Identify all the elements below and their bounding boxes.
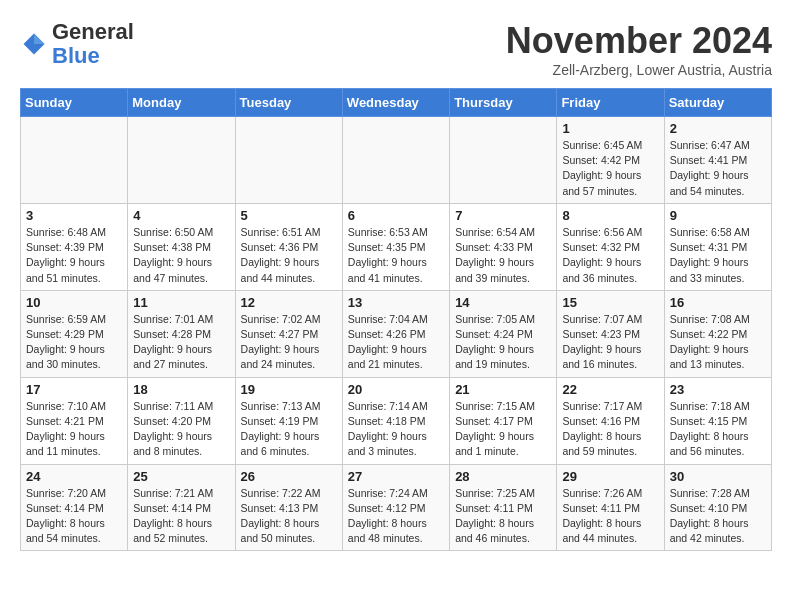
calendar-cell: 23Sunrise: 7:18 AM Sunset: 4:15 PM Dayli… (664, 377, 771, 464)
header-thursday: Thursday (450, 89, 557, 117)
day-number: 28 (455, 469, 551, 484)
day-info: Sunrise: 7:20 AM Sunset: 4:14 PM Dayligh… (26, 486, 122, 547)
calendar-cell: 22Sunrise: 7:17 AM Sunset: 4:16 PM Dayli… (557, 377, 664, 464)
calendar-cell: 14Sunrise: 7:05 AM Sunset: 4:24 PM Dayli… (450, 290, 557, 377)
day-number: 9 (670, 208, 766, 223)
day-info: Sunrise: 7:11 AM Sunset: 4:20 PM Dayligh… (133, 399, 229, 460)
calendar-cell: 11Sunrise: 7:01 AM Sunset: 4:28 PM Dayli… (128, 290, 235, 377)
calendar-table: Sunday Monday Tuesday Wednesday Thursday… (20, 88, 772, 551)
logo-text: General Blue (52, 20, 134, 68)
day-number: 4 (133, 208, 229, 223)
header-wednesday: Wednesday (342, 89, 449, 117)
day-info: Sunrise: 7:22 AM Sunset: 4:13 PM Dayligh… (241, 486, 337, 547)
calendar-header-row: Sunday Monday Tuesday Wednesday Thursday… (21, 89, 772, 117)
page-header: General Blue November 2024 Zell-Arzberg,… (20, 20, 772, 78)
calendar-cell: 27Sunrise: 7:24 AM Sunset: 4:12 PM Dayli… (342, 464, 449, 551)
calendar-cell (128, 117, 235, 204)
calendar-cell: 17Sunrise: 7:10 AM Sunset: 4:21 PM Dayli… (21, 377, 128, 464)
day-info: Sunrise: 6:58 AM Sunset: 4:31 PM Dayligh… (670, 225, 766, 286)
calendar-cell: 4Sunrise: 6:50 AM Sunset: 4:38 PM Daylig… (128, 203, 235, 290)
calendar-cell (21, 117, 128, 204)
calendar-cell: 15Sunrise: 7:07 AM Sunset: 4:23 PM Dayli… (557, 290, 664, 377)
logo-icon (20, 30, 48, 58)
day-info: Sunrise: 6:59 AM Sunset: 4:29 PM Dayligh… (26, 312, 122, 373)
day-number: 23 (670, 382, 766, 397)
day-info: Sunrise: 6:48 AM Sunset: 4:39 PM Dayligh… (26, 225, 122, 286)
day-info: Sunrise: 7:17 AM Sunset: 4:16 PM Dayligh… (562, 399, 658, 460)
day-number: 10 (26, 295, 122, 310)
month-title: November 2024 (506, 20, 772, 62)
calendar-cell: 24Sunrise: 7:20 AM Sunset: 4:14 PM Dayli… (21, 464, 128, 551)
day-info: Sunrise: 7:15 AM Sunset: 4:17 PM Dayligh… (455, 399, 551, 460)
calendar-cell: 2Sunrise: 6:47 AM Sunset: 4:41 PM Daylig… (664, 117, 771, 204)
day-number: 13 (348, 295, 444, 310)
day-number: 22 (562, 382, 658, 397)
day-number: 18 (133, 382, 229, 397)
calendar-cell: 10Sunrise: 6:59 AM Sunset: 4:29 PM Dayli… (21, 290, 128, 377)
calendar-cell: 6Sunrise: 6:53 AM Sunset: 4:35 PM Daylig… (342, 203, 449, 290)
calendar-cell: 9Sunrise: 6:58 AM Sunset: 4:31 PM Daylig… (664, 203, 771, 290)
calendar-cell: 8Sunrise: 6:56 AM Sunset: 4:32 PM Daylig… (557, 203, 664, 290)
calendar-cell: 18Sunrise: 7:11 AM Sunset: 4:20 PM Dayli… (128, 377, 235, 464)
calendar-cell: 20Sunrise: 7:14 AM Sunset: 4:18 PM Dayli… (342, 377, 449, 464)
day-number: 21 (455, 382, 551, 397)
day-number: 29 (562, 469, 658, 484)
calendar-cell: 16Sunrise: 7:08 AM Sunset: 4:22 PM Dayli… (664, 290, 771, 377)
day-number: 17 (26, 382, 122, 397)
day-number: 27 (348, 469, 444, 484)
calendar-cell (450, 117, 557, 204)
day-info: Sunrise: 7:21 AM Sunset: 4:14 PM Dayligh… (133, 486, 229, 547)
calendar-cell: 7Sunrise: 6:54 AM Sunset: 4:33 PM Daylig… (450, 203, 557, 290)
calendar-cell: 25Sunrise: 7:21 AM Sunset: 4:14 PM Dayli… (128, 464, 235, 551)
day-info: Sunrise: 6:51 AM Sunset: 4:36 PM Dayligh… (241, 225, 337, 286)
calendar-cell (235, 117, 342, 204)
day-number: 24 (26, 469, 122, 484)
day-number: 3 (26, 208, 122, 223)
day-number: 12 (241, 295, 337, 310)
day-info: Sunrise: 7:13 AM Sunset: 4:19 PM Dayligh… (241, 399, 337, 460)
day-number: 14 (455, 295, 551, 310)
day-info: Sunrise: 7:01 AM Sunset: 4:28 PM Dayligh… (133, 312, 229, 373)
svg-marker-1 (34, 34, 45, 45)
day-info: Sunrise: 7:02 AM Sunset: 4:27 PM Dayligh… (241, 312, 337, 373)
day-number: 8 (562, 208, 658, 223)
calendar-cell: 30Sunrise: 7:28 AM Sunset: 4:10 PM Dayli… (664, 464, 771, 551)
day-info: Sunrise: 7:07 AM Sunset: 4:23 PM Dayligh… (562, 312, 658, 373)
day-info: Sunrise: 6:56 AM Sunset: 4:32 PM Dayligh… (562, 225, 658, 286)
day-info: Sunrise: 7:18 AM Sunset: 4:15 PM Dayligh… (670, 399, 766, 460)
day-number: 7 (455, 208, 551, 223)
day-number: 20 (348, 382, 444, 397)
day-info: Sunrise: 6:47 AM Sunset: 4:41 PM Dayligh… (670, 138, 766, 199)
header-friday: Friday (557, 89, 664, 117)
calendar-week-row: 1Sunrise: 6:45 AM Sunset: 4:42 PM Daylig… (21, 117, 772, 204)
calendar-cell: 28Sunrise: 7:25 AM Sunset: 4:11 PM Dayli… (450, 464, 557, 551)
calendar-cell: 5Sunrise: 6:51 AM Sunset: 4:36 PM Daylig… (235, 203, 342, 290)
day-info: Sunrise: 7:08 AM Sunset: 4:22 PM Dayligh… (670, 312, 766, 373)
header-saturday: Saturday (664, 89, 771, 117)
calendar-cell: 13Sunrise: 7:04 AM Sunset: 4:26 PM Dayli… (342, 290, 449, 377)
calendar-week-row: 3Sunrise: 6:48 AM Sunset: 4:39 PM Daylig… (21, 203, 772, 290)
day-number: 5 (241, 208, 337, 223)
calendar-cell (342, 117, 449, 204)
calendar-week-row: 17Sunrise: 7:10 AM Sunset: 4:21 PM Dayli… (21, 377, 772, 464)
calendar-cell: 26Sunrise: 7:22 AM Sunset: 4:13 PM Dayli… (235, 464, 342, 551)
calendar-cell: 3Sunrise: 6:48 AM Sunset: 4:39 PM Daylig… (21, 203, 128, 290)
header-monday: Monday (128, 89, 235, 117)
calendar-cell: 1Sunrise: 6:45 AM Sunset: 4:42 PM Daylig… (557, 117, 664, 204)
day-number: 26 (241, 469, 337, 484)
day-info: Sunrise: 6:54 AM Sunset: 4:33 PM Dayligh… (455, 225, 551, 286)
day-info: Sunrise: 6:53 AM Sunset: 4:35 PM Dayligh… (348, 225, 444, 286)
location-title: Zell-Arzberg, Lower Austria, Austria (506, 62, 772, 78)
day-number: 16 (670, 295, 766, 310)
title-block: November 2024 Zell-Arzberg, Lower Austri… (506, 20, 772, 78)
header-tuesday: Tuesday (235, 89, 342, 117)
day-info: Sunrise: 7:05 AM Sunset: 4:24 PM Dayligh… (455, 312, 551, 373)
day-number: 15 (562, 295, 658, 310)
day-info: Sunrise: 7:10 AM Sunset: 4:21 PM Dayligh… (26, 399, 122, 460)
day-info: Sunrise: 7:14 AM Sunset: 4:18 PM Dayligh… (348, 399, 444, 460)
day-info: Sunrise: 7:26 AM Sunset: 4:11 PM Dayligh… (562, 486, 658, 547)
calendar-cell: 21Sunrise: 7:15 AM Sunset: 4:17 PM Dayli… (450, 377, 557, 464)
day-number: 11 (133, 295, 229, 310)
calendar-cell: 29Sunrise: 7:26 AM Sunset: 4:11 PM Dayli… (557, 464, 664, 551)
calendar-cell: 12Sunrise: 7:02 AM Sunset: 4:27 PM Dayli… (235, 290, 342, 377)
